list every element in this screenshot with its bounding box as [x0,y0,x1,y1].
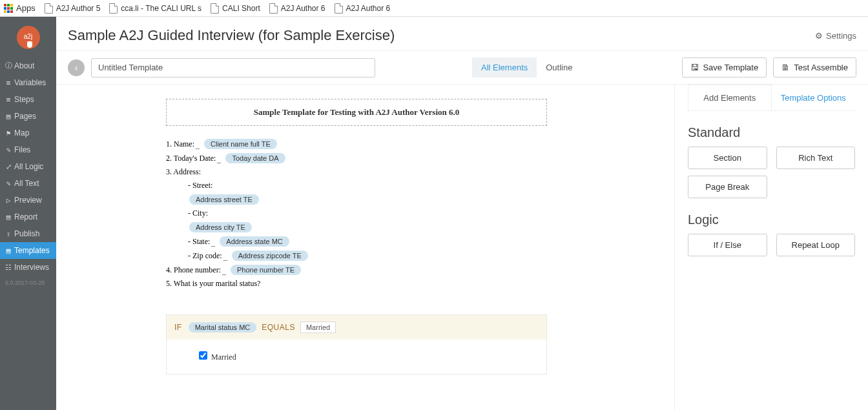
logo: a2j [17,26,40,49]
sidebar: a2j ⓘAbout≡Variables≡Steps▤Pages⚑Map✎Fil… [0,17,56,410]
if-keyword: IF [174,323,182,332]
page-title: Sample A2J Guided Interview (for Sample … [68,27,395,44]
bookmark-bar: Apps A2J Author 5 cca.li - The CALI URL … [0,0,868,17]
form-line[interactable]: - Street: [188,181,547,190]
sidebar-item-all-logic[interactable]: ⤢All Logic [0,158,56,175]
form-line[interactable]: - City: [188,209,547,218]
template-canvas[interactable]: Sample Template for Testing with A2J Aut… [56,85,674,410]
sidebar-item-pages[interactable]: ▤Pages [0,108,56,125]
variable-chip[interactable]: Address zipcode TE [232,251,308,261]
save-icon: 🖫 [690,63,699,72]
steps-icon: ≡ [5,96,12,104]
bookmark-item[interactable]: A2J Author 6 [335,3,391,14]
form-line[interactable]: Address street TE [188,194,547,205]
sidebar-item-label: All Logic [14,162,43,171]
sidebar-item-label: Variables [14,78,46,87]
sidebar-item-label: About [14,61,34,70]
sidebar-item-preview[interactable]: ▷Preview [0,192,56,209]
panel-tab-add-elements[interactable]: Add Elements [688,85,772,110]
pages-icon: ▤ [5,112,12,121]
apps-label: Apps [16,3,36,13]
all-text-icon: ✎ [5,179,12,188]
variable-chip[interactable]: Client name full TE [204,139,277,149]
add-ifelse-button[interactable]: If / Else [688,234,767,256]
sidebar-item-about[interactable]: ⓘAbout [0,57,56,74]
sidebar-item-variables[interactable]: ≡Variables [0,74,56,91]
doc-icon [45,3,53,14]
chevron-left-icon: ‹ [75,63,78,73]
variable-chip[interactable]: Phone number TE [231,265,301,275]
if-block[interactable]: IF Marital status MC EQUALS Married Marr… [166,314,547,374]
bookmark-item[interactable]: A2J Author 5 [45,3,101,14]
sidebar-item-label: All Text [14,179,39,188]
back-button[interactable]: ‹ [68,59,85,76]
save-template-button[interactable]: 🖫Save Template [682,57,767,77]
about-icon: ⓘ [5,61,12,70]
variable-chip[interactable]: Marital status MC [189,322,257,333]
form-line[interactable]: Address city TE [188,222,547,232]
form-line[interactable]: 5. What is your marital status? [166,279,547,289]
tab-all-elements[interactable]: All Elements [472,57,537,77]
sidebar-item-report[interactable]: ▤Report [0,209,56,225]
panel-tab-template-options[interactable]: Template Options [772,85,856,110]
sidebar-item-publish[interactable]: ⇪Publish [0,225,56,242]
add-repeatloop-button[interactable]: Repeat Loop [776,234,856,256]
publish-icon: ⇪ [5,230,12,238]
doc-icon [211,3,219,14]
sidebar-item-files[interactable]: ✎Files [0,141,56,158]
sidebar-item-label: Map [14,128,29,138]
bookmark-item[interactable]: CALI Short [211,3,260,14]
add-section-button[interactable]: Section [688,147,767,169]
map-icon: ⚑ [5,129,12,138]
apps-button[interactable]: Apps [4,3,36,13]
sidebar-item-label: Publish [14,229,39,238]
sidebar-item-label: Interviews [14,263,49,272]
doc-icon: 🗎 [781,63,790,72]
apps-icon [4,4,13,13]
bookmark-item[interactable]: cca.li - The CALI URL s [109,3,202,14]
toolbar: ‹ All Elements Outline 🖫Save Template 🗎T… [56,51,868,85]
tab-outline[interactable]: Outline [537,57,581,77]
interviews-icon: ☷ [5,263,12,272]
form-line[interactable]: 2. Today's Date: Today date DA [166,153,547,163]
sidebar-item-steps[interactable]: ≡Steps [0,91,56,108]
sidebar-item-templates[interactable]: ▤Templates [0,242,56,259]
sidebar-item-label: Steps [14,95,34,104]
form-line[interactable]: - State: Address state MC [188,236,547,247]
gear-icon: ⚙ [815,31,823,41]
panel-section-standard: Standard [688,125,855,140]
template-name-input[interactable] [91,58,375,77]
doc-icon [269,3,278,14]
all-logic-icon: ⤢ [5,163,12,171]
sidebar-item-label: Preview [14,196,42,205]
variable-chip[interactable]: Address city TE [189,222,252,232]
form-line[interactable]: 3. Address: [166,167,547,177]
add-pagebreak-button[interactable]: Page Break [688,176,767,198]
if-header[interactable]: IF Marital status MC EQUALS Married [167,315,546,340]
value-box[interactable]: Married [300,322,336,333]
add-richtext-button[interactable]: Rich Text [776,147,856,169]
header: Sample A2J Guided Interview (for Sample … [56,17,868,51]
sidebar-item-label: Files [14,145,30,154]
templates-icon: ▤ [5,247,12,255]
sidebar-item-all-text[interactable]: ✎All Text [0,175,56,192]
settings-button[interactable]: ⚙ Settings [815,31,856,41]
form-line[interactable]: - Zip code: Address zipcode TE [188,251,547,261]
test-assemble-button[interactable]: 🗎Test Assemble [773,57,856,77]
template-heading[interactable]: Sample Template for Testing with A2J Aut… [166,99,547,126]
doc-icon [109,3,118,14]
married-checkbox[interactable] [199,351,207,360]
if-body[interactable]: Married [167,340,546,374]
report-icon: ▤ [5,213,12,221]
variable-chip[interactable]: Address state MC [220,236,289,247]
files-icon: ✎ [5,146,12,154]
form-line[interactable]: 4. Phone number: Phone number TE [166,265,547,275]
variable-chip[interactable]: Address street TE [189,194,259,205]
variables-icon: ≡ [5,79,12,87]
sidebar-item-interviews[interactable]: ☷Interviews [0,259,56,276]
variable-chip[interactable]: Today date DA [225,153,285,163]
sidebar-item-label: Report [14,212,37,221]
sidebar-item-map[interactable]: ⚑Map [0,125,56,141]
bookmark-item[interactable]: A2J Author 6 [269,3,326,14]
form-line[interactable]: 1. Name: Client name full TE [166,139,547,149]
